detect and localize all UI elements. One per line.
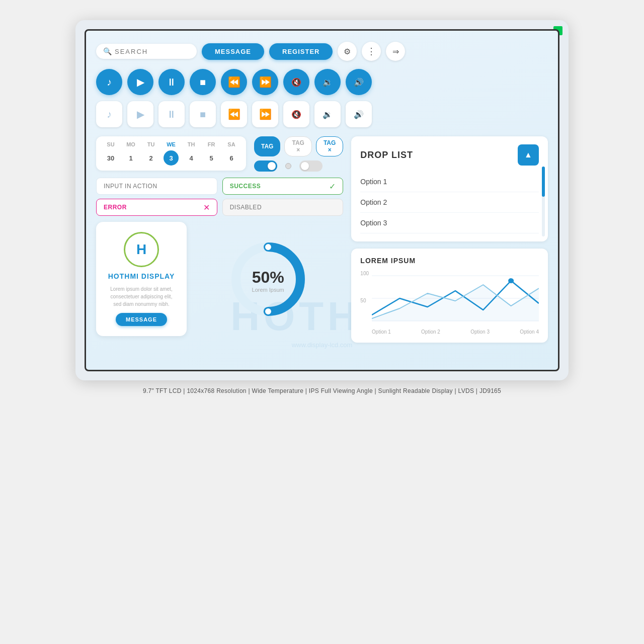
calendar-dates: 30 1 2 3 4 5 6 (103, 150, 239, 166)
play-light-button[interactable]: ▶ (127, 101, 153, 127)
pause-button[interactable]: ⏸ (158, 69, 185, 95)
card-description: Lorem ipsum dolor sit amet, consectetuer… (106, 285, 177, 308)
register-button[interactable]: REGISTER (269, 43, 333, 60)
fastforward-button[interactable]: ⏩ (252, 69, 278, 95)
input-action[interactable] (96, 178, 217, 195)
vol-down-light-button[interactable]: 🔉 (314, 101, 341, 127)
error-text: ERROR (104, 204, 127, 211)
stop-button[interactable]: ■ (190, 69, 216, 95)
clear-icon[interactable]: ✕ (203, 203, 210, 212)
vol-down-button[interactable]: 🔉 (314, 69, 341, 95)
vol-up-icon: 🔊 (354, 77, 364, 87)
chevron-up-icon: ▲ (524, 150, 532, 159)
search-icon: 🔍 (103, 47, 112, 55)
input-error-container: ERROR ✕ (96, 199, 217, 216)
gauge: 50% Lorem Ipsum (228, 239, 308, 319)
vol-up-light-button[interactable]: 🔊 (346, 101, 372, 127)
vol-down-light-icon: 🔉 (323, 110, 333, 119)
music-light-button[interactable]: ♪ (96, 101, 122, 127)
toggle-knob-off (301, 162, 309, 170)
tag-blue-button[interactable]: TAG (254, 136, 280, 156)
right-panel: DROP LIST ▲ Option 1 Option 2 Option 3 L… (351, 136, 548, 343)
tag-outline2-button[interactable]: TAG × (316, 136, 343, 156)
rewind-light-button[interactable]: ⏪ (221, 101, 247, 127)
settings-button[interactable]: ⚙ (338, 42, 357, 61)
pause-light-icon: ⏸ (167, 109, 177, 120)
card: H HOTHMI DISPLAY Lorem ipsum dolor sit a… (96, 222, 187, 336)
rewind-button[interactable]: ⏪ (221, 69, 247, 95)
toggle-on[interactable] (254, 160, 277, 172)
x-label-4: Option 4 (520, 329, 539, 335)
music-button[interactable]: ♪ (96, 69, 122, 95)
droplist-arrow-button[interactable]: ▲ (518, 144, 539, 166)
toggle-off[interactable] (299, 160, 323, 172)
mute-light-icon: 🔇 (291, 110, 301, 119)
svg-point-7 (508, 278, 514, 283)
fastforward-icon: ⏩ (259, 76, 272, 88)
stop-light-button[interactable]: ■ (190, 101, 216, 127)
day-tu: TU (143, 141, 158, 147)
logo-icon: H (136, 242, 146, 258)
stop-light-icon: ■ (200, 109, 206, 120)
x-axis: Option 1 Option 2 Option 3 Option 4 (372, 329, 539, 335)
card-message-button[interactable]: MESSAGE (116, 313, 167, 326)
music-light-icon: ♪ (107, 109, 112, 120)
message-button[interactable]: MESSAGE (202, 43, 264, 60)
day-sa: SA (224, 141, 239, 147)
input-disabled (222, 199, 344, 216)
search-input[interactable] (115, 48, 185, 55)
screen: HOTHMI www.display-lcd.com ➤ 1 ▦ 2 🔔 3 🔍 (85, 29, 559, 371)
chart-svg (372, 271, 539, 326)
list-item-2[interactable]: Option 2 (360, 192, 539, 213)
input-row-2: ERROR ✕ (96, 199, 343, 216)
music-icon: ♪ (107, 76, 112, 88)
more-icon: ⋮ (367, 46, 376, 57)
date-6[interactable]: 6 (224, 150, 239, 166)
day-su: SU (103, 141, 118, 147)
date-30[interactable]: 30 (103, 150, 118, 166)
chart-title: LOREM IPSUM (360, 257, 539, 265)
rewind-light-icon: ⏪ (228, 108, 240, 120)
y-label-50: 50 (360, 298, 369, 303)
vol-up-button[interactable]: 🔊 (346, 69, 372, 95)
exit-icon: ⇒ (392, 47, 399, 56)
list-item-3[interactable]: Option 3 (360, 213, 539, 233)
rewind-icon: ⏪ (228, 76, 240, 88)
mute-light-button[interactable]: 🔇 (283, 101, 309, 127)
more-button[interactable]: ⋮ (362, 42, 381, 61)
tags-toggles: TAG TAG × TAG × (254, 136, 343, 172)
play-button[interactable]: ▶ (127, 69, 153, 95)
play-light-icon: ▶ (137, 108, 144, 120)
pause-light-button[interactable]: ⏸ (158, 101, 185, 127)
day-fr: FR (204, 141, 219, 147)
top-bar: 🔍 MESSAGE REGISTER ⚙ ⋮ ⇒ (96, 42, 548, 61)
date-5[interactable]: 5 (204, 150, 219, 166)
pause-icon: ⏸ (167, 76, 177, 88)
y-axis: 100 50 (360, 271, 372, 335)
mute-button[interactable]: 🔇 (283, 69, 309, 95)
date-1[interactable]: 1 (123, 150, 138, 166)
play-icon: ▶ (137, 76, 144, 88)
date-3[interactable]: 3 (164, 150, 179, 166)
bottom-section: SU MO TU WE TH FR SA 30 1 2 3 (96, 136, 548, 343)
scrollbar-track (542, 167, 545, 236)
media-row-blue: ♪ ▶ ⏸ ■ ⏪ ⏩ 🔇 🔉 🔊 (96, 69, 548, 95)
gauge-label: 50% Lorem Ipsum (252, 268, 284, 292)
date-4[interactable]: 4 (184, 150, 199, 166)
radio-off[interactable] (285, 163, 291, 169)
fastforward-light-button[interactable]: ⏩ (252, 101, 278, 127)
logo: H (124, 232, 159, 267)
scrollbar-thumb[interactable] (542, 167, 545, 197)
search-box[interactable]: 🔍 (96, 44, 197, 59)
droplist-header: DROP LIST ▲ (360, 144, 539, 166)
day-th: TH (184, 141, 199, 147)
chart-body: 100 50 (360, 271, 539, 335)
droplist-title: DROP LIST (360, 150, 413, 160)
date-2[interactable]: 2 (143, 150, 158, 166)
media-row-light: ♪ ▶ ⏸ ■ ⏪ ⏩ 🔇 🔉 🔊 (96, 101, 548, 127)
exit-button[interactable]: ⇒ (386, 42, 405, 61)
tag-outline1-button[interactable]: TAG × (284, 136, 311, 156)
left-panel: SU MO TU WE TH FR SA 30 1 2 3 (96, 136, 343, 343)
list-item-1[interactable]: Option 1 (360, 172, 539, 192)
check-icon: ✓ (329, 182, 336, 191)
